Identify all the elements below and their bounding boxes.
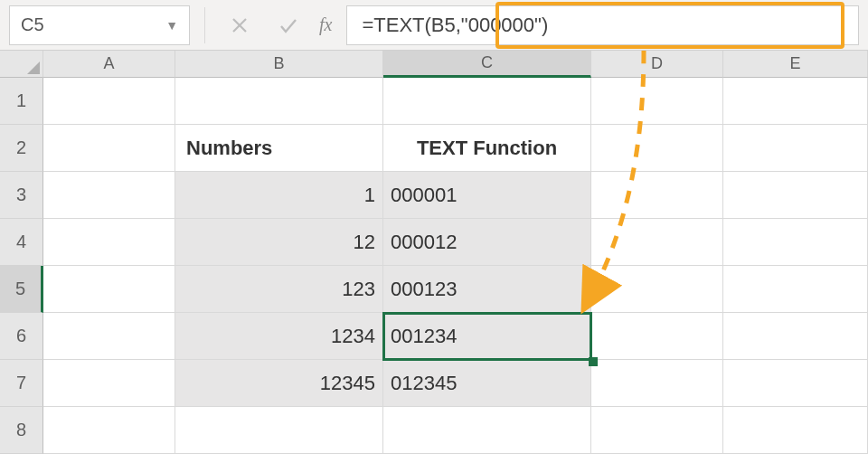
cell-c3[interactable]: 000001 [383, 172, 591, 219]
cell-b5[interactable]: 123 [175, 266, 383, 313]
select-all-corner[interactable] [0, 51, 43, 78]
formula-input[interactable]: =TEXT(B5,"000000") [346, 5, 859, 45]
name-box[interactable]: C5 ▼ [9, 5, 190, 45]
cancel-icon[interactable] [220, 5, 259, 45]
cell[interactable] [723, 266, 868, 313]
cell[interactable] [723, 360, 868, 407]
separator [204, 7, 205, 43]
table-header-textfn[interactable]: TEXT Function [383, 125, 591, 172]
row: 7 12345 012345 [0, 360, 868, 407]
rows: 1 2 Numbers TEXT Function 3 1 000001 [0, 78, 868, 454]
row-header[interactable]: 7 [0, 360, 43, 407]
cell[interactable] [591, 360, 723, 407]
row-header[interactable]: 1 [0, 78, 43, 125]
table-header-numbers[interactable]: Numbers [175, 125, 383, 172]
cell-b7[interactable]: 12345 [175, 360, 383, 407]
row-header[interactable]: 4 [0, 219, 43, 266]
row-header[interactable]: 2 [0, 125, 43, 172]
row: 4 12 000012 [0, 219, 868, 266]
cell-b6[interactable]: 1234 [175, 313, 383, 360]
cell[interactable] [43, 313, 175, 360]
chevron-down-icon: ▼ [165, 18, 178, 33]
cell[interactable] [43, 360, 175, 407]
cell[interactable] [383, 407, 591, 454]
row: 2 Numbers TEXT Function [0, 125, 868, 172]
col-header-b[interactable]: B [175, 51, 383, 78]
cell[interactable] [591, 407, 723, 454]
row: 8 [0, 407, 868, 454]
cell[interactable] [43, 219, 175, 266]
cell[interactable] [43, 172, 175, 219]
cell[interactable] [591, 266, 723, 313]
cell[interactable] [175, 407, 383, 454]
cell[interactable] [175, 78, 383, 125]
worksheet-grid: A B C D E 1 2 Numbers TEXT Function 3 [0, 51, 868, 454]
col-header-c[interactable]: C [383, 51, 591, 78]
cell[interactable] [591, 78, 723, 125]
cell[interactable] [591, 125, 723, 172]
column-headers: A B C D E [0, 51, 868, 78]
cell[interactable] [723, 219, 868, 266]
formula-bar: C5 ▼ fx =TEXT(B5,"000000") [0, 0, 868, 51]
row-header[interactable]: 5 [0, 266, 43, 313]
row: 1 [0, 78, 868, 125]
fx-icon[interactable]: fx [319, 14, 332, 35]
formula-text: =TEXT(B5,"000000") [362, 14, 548, 37]
cell-c6[interactable]: 001234 [383, 313, 591, 360]
cell[interactable] [43, 78, 175, 125]
cell-b3[interactable]: 1 [175, 172, 383, 219]
cell-c4[interactable]: 000012 [383, 219, 591, 266]
cell[interactable] [383, 78, 591, 125]
row: 3 1 000001 [0, 172, 868, 219]
cell[interactable] [43, 266, 175, 313]
row: 5 123 000123 [0, 266, 868, 313]
cell[interactable] [723, 313, 868, 360]
cell[interactable] [723, 78, 868, 125]
cell-c5[interactable]: 000123 [383, 266, 591, 313]
cell-c7[interactable]: 012345 [383, 360, 591, 407]
cell[interactable] [591, 172, 723, 219]
cell[interactable] [591, 219, 723, 266]
enter-icon[interactable] [269, 5, 308, 45]
cell[interactable] [43, 407, 175, 454]
cell[interactable] [723, 172, 868, 219]
row: 6 1234 001234 [0, 313, 868, 360]
cell[interactable] [723, 125, 868, 172]
name-box-value: C5 [21, 14, 44, 35]
cell[interactable] [591, 313, 723, 360]
cell-b4[interactable]: 12 [175, 219, 383, 266]
row-header[interactable]: 3 [0, 172, 43, 219]
col-header-a[interactable]: A [43, 51, 175, 78]
col-header-e[interactable]: E [723, 51, 868, 78]
row-header[interactable]: 6 [0, 313, 43, 360]
cell[interactable] [723, 407, 868, 454]
row-header[interactable]: 8 [0, 407, 43, 454]
cell[interactable] [43, 125, 175, 172]
col-header-d[interactable]: D [591, 51, 723, 78]
fill-handle[interactable] [589, 357, 598, 366]
